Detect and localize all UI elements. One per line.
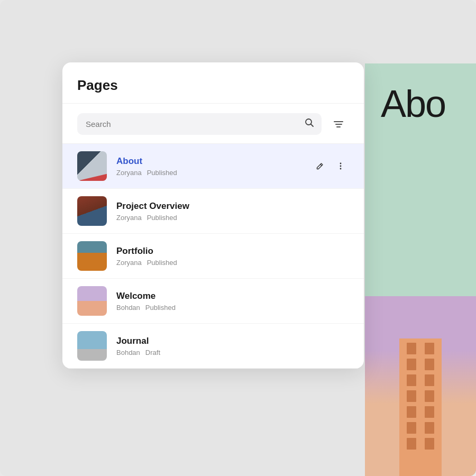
svg-point-12 — [340, 255, 342, 257]
page-title: Pages — [77, 77, 349, 94]
page-item-project-overview[interactable]: Project Overview Zoryana Published — [62, 189, 364, 234]
svg-point-19 — [340, 343, 342, 344]
page-actions-about — [311, 158, 349, 175]
page-status-project-overview: Published — [147, 214, 177, 222]
right-panel-bottom — [365, 296, 476, 476]
pages-panel: Pages About Zorya — [62, 62, 364, 369]
page-name-project-overview: Project Overview — [116, 201, 311, 212]
page-status-portfolio: Published — [147, 259, 177, 267]
svg-point-17 — [340, 303, 342, 305]
svg-line-6 — [320, 209, 322, 210]
page-author-journal: Bohdan — [116, 349, 140, 356]
page-author-welcome: Bohdan — [116, 304, 140, 312]
page-author-about: Zoryana — [116, 169, 142, 177]
pages-header: Pages — [62, 62, 364, 104]
search-input-wrapper — [77, 113, 322, 135]
svg-point-8 — [340, 210, 342, 212]
page-author-portfolio: Zoryana — [116, 259, 142, 267]
page-thumbnail-journal — [77, 331, 107, 361]
right-panel-about-text: Abo — [365, 63, 476, 123]
page-info-project-overview: Project Overview Zoryana Published — [116, 201, 311, 222]
page-meta-about: Zoryana Published — [116, 169, 311, 177]
page-item-about[interactable]: About Zoryana Published — [62, 144, 364, 189]
svg-point-5 — [340, 168, 342, 170]
page-meta-journal: Bohdan Draft — [116, 349, 311, 356]
edit-button-welcome[interactable] — [311, 292, 328, 309]
page-info-welcome: Welcome Bohdan Published — [116, 291, 311, 312]
page-thumbnail-welcome — [77, 286, 107, 316]
page-meta-portfolio: Zoryana Published — [116, 259, 311, 267]
filter-icon — [334, 121, 343, 127]
page-name-portfolio: Portfolio — [116, 246, 311, 257]
svg-line-2 — [320, 164, 322, 166]
page-info-journal: Journal Bohdan Draft — [116, 336, 311, 356]
page-item-journal[interactable]: Journal Bohdan Draft — [62, 324, 364, 369]
page-status-welcome: Published — [145, 304, 176, 312]
svg-line-10 — [320, 254, 322, 255]
building-image — [365, 296, 476, 476]
edit-button-journal[interactable] — [311, 337, 328, 354]
building-windows — [399, 338, 442, 476]
svg-line-14 — [320, 299, 322, 300]
more-button-portfolio[interactable] — [332, 248, 349, 264]
page-thumbnail-project-overview — [77, 196, 107, 226]
page-item-portfolio[interactable]: Portfolio Zoryana Published — [62, 234, 364, 279]
page-name-journal: Journal — [116, 336, 311, 346]
page-meta-project-overview: Zoryana Published — [116, 214, 311, 222]
svg-point-4 — [340, 166, 342, 167]
page-author-project-overview: Zoryana — [116, 214, 142, 222]
page-item-welcome[interactable]: Welcome Bohdan Published — [62, 279, 364, 324]
edit-button-about[interactable] — [311, 158, 328, 175]
svg-point-21 — [340, 348, 342, 350]
more-button-project-overview[interactable] — [332, 203, 349, 219]
search-input[interactable] — [77, 113, 322, 135]
page-status-journal: Draft — [145, 349, 160, 356]
more-button-journal[interactable] — [332, 337, 349, 354]
page-status-about: Published — [147, 169, 177, 177]
right-panel: Abo — [365, 63, 476, 476]
svg-point-9 — [340, 213, 342, 215]
edit-button-project-overview[interactable] — [311, 203, 328, 219]
search-bar-row — [62, 104, 364, 144]
svg-point-20 — [340, 345, 342, 347]
page-info-about: About Zoryana Published — [116, 156, 311, 177]
page-list: About Zoryana Published — [62, 144, 364, 369]
page-info-portfolio: Portfolio Zoryana Published — [116, 246, 311, 267]
page-thumbnail-about — [77, 151, 107, 181]
page-meta-welcome: Bohdan Published — [116, 304, 311, 312]
more-button-welcome[interactable] — [332, 292, 349, 309]
filter-button[interactable] — [328, 114, 349, 135]
edit-button-portfolio[interactable] — [311, 248, 328, 264]
page-thumbnail-portfolio — [77, 241, 107, 271]
svg-line-18 — [320, 344, 322, 345]
page-name-welcome: Welcome — [116, 291, 311, 301]
svg-point-11 — [340, 253, 342, 254]
svg-point-15 — [340, 298, 342, 299]
page-name-about: About — [116, 156, 311, 167]
svg-point-7 — [340, 208, 342, 209]
more-button-about[interactable] — [332, 158, 349, 175]
svg-point-3 — [340, 163, 342, 164]
svg-point-16 — [340, 300, 342, 302]
svg-point-13 — [340, 258, 342, 260]
